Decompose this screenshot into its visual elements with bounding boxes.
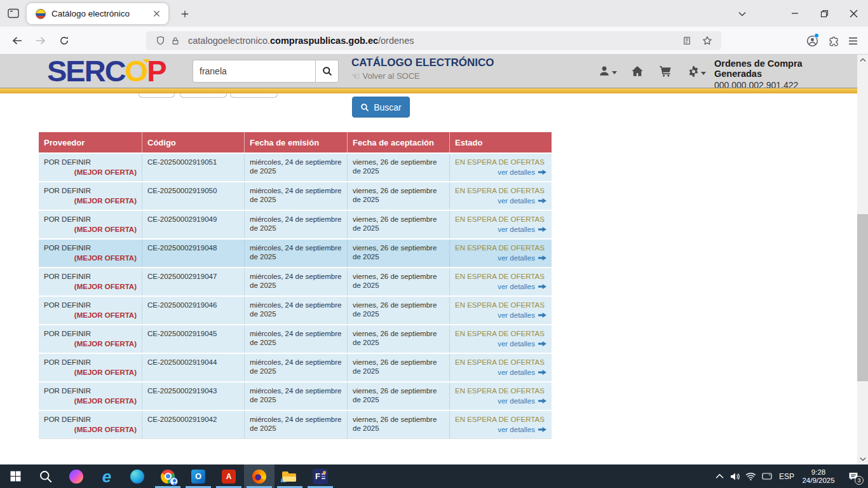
ver-detalles-link[interactable]: ver detalles [498, 254, 546, 262]
arrow-right-icon [538, 283, 546, 290]
back-button[interactable] [8, 31, 27, 50]
volver-al-soce-label: Volver al SOCE [362, 71, 419, 81]
taskbar-file-explorer-button[interactable] [275, 464, 305, 488]
browser-tab[interactable]: Catálogo electrónico [27, 3, 168, 24]
arrow-right-icon [538, 426, 546, 433]
taskbar-outlook-button[interactable]: O [183, 464, 214, 488]
window-close-button[interactable] [839, 0, 868, 27]
taskbar-chrome-button[interactable] [153, 464, 183, 488]
tab-close-icon[interactable] [149, 7, 163, 21]
start-button[interactable] [0, 464, 31, 488]
account-button[interactable] [802, 31, 822, 50]
clock[interactable]: 9:28 24/9/2025 [798, 464, 839, 488]
status-label: EN ESPERA DE OFERTAS [455, 215, 546, 224]
bookmark-star-icon[interactable] [700, 33, 715, 48]
acceptance-date: viernes, 26 de septiembre de 2025 [347, 240, 449, 267]
emission-date: miércoles, 24 de septiembre de 2025 [244, 240, 347, 267]
provider-label: POR DEFINIR [44, 215, 137, 224]
extensions-button[interactable] [822, 31, 843, 50]
order-code: CE-20250002919047 [142, 268, 244, 295]
status-label: EN ESPERA DE OFERTAS [455, 358, 546, 367]
site-header: SERCOP CATÁLOGO ELECTRÓNICO ☜ Volver al … [0, 55, 857, 88]
buscar-label: Buscar [374, 102, 402, 112]
taskbar-copilot-button[interactable] [61, 464, 92, 488]
action-center-button[interactable]: 3 [839, 464, 868, 488]
emission-date: miércoles, 24 de septiembre de 2025 [244, 154, 347, 181]
taskbar-internet-explorer-button[interactable]: e [92, 464, 122, 488]
settings-menu-button[interactable] [688, 65, 706, 78]
clipped-filter-button[interactable] [230, 93, 278, 98]
table-row: POR DEFINIR (MEJOR OFERTA) CE-2025000291… [39, 297, 552, 324]
forward-button[interactable] [31, 31, 50, 50]
ver-detalles-label: ver detalles [498, 396, 535, 405]
page-scrollbar[interactable] [857, 55, 868, 464]
acceptance-date: viernes, 26 de septiembre de 2025 [347, 182, 449, 210]
window-minimize-button[interactable] [780, 0, 810, 27]
ver-detalles-link[interactable]: ver detalles [498, 339, 546, 348]
ver-detalles-link[interactable]: ver detalles [498, 196, 546, 205]
volume-icon[interactable] [728, 464, 743, 488]
best-offer-label: (MEJOR OFERTA) [44, 225, 137, 234]
emission-date: miércoles, 24 de septiembre de 2025 [244, 325, 347, 353]
user-menu-button[interactable] [598, 65, 617, 76]
connected-display-icon[interactable] [759, 464, 775, 488]
taskbar-firefox-button[interactable] [244, 464, 275, 488]
reload-button[interactable] [55, 31, 74, 50]
ver-detalles-link[interactable]: ver detalles [498, 282, 546, 291]
buscar-button[interactable]: Buscar [352, 97, 410, 118]
wifi-icon[interactable] [743, 464, 759, 488]
emission-date: miércoles, 24 de septiembre de 2025 [244, 411, 347, 438]
ver-detalles-link[interactable]: ver detalles [498, 311, 546, 320]
ver-detalles-link[interactable]: ver detalles [498, 368, 546, 377]
tab-title: Catálogo electrónico [51, 9, 149, 18]
ver-detalles-link[interactable]: ver detalles [498, 425, 546, 434]
scroll-down-arrow[interactable] [857, 454, 868, 464]
cart-button[interactable] [659, 65, 672, 77]
system-tray: ESP 9:28 24/9/2025 3 [711, 464, 868, 488]
product-search-input[interactable] [193, 60, 315, 83]
f-app-icon: F [313, 469, 328, 484]
arrow-right-icon [538, 169, 546, 175]
arrow-right-icon [538, 369, 546, 376]
new-tab-button[interactable] [176, 5, 194, 23]
lock-icon[interactable] [168, 33, 183, 48]
volver-al-soce-link[interactable]: ☜ Volver al SOCE [351, 71, 494, 81]
clipped-filter-button[interactable] [139, 93, 175, 98]
clipped-filter-button[interactable] [180, 93, 227, 98]
ver-detalles-link[interactable]: ver detalles [498, 168, 546, 177]
best-offer-label: (MEJOR OFERTA) [44, 425, 137, 434]
product-search-button[interactable] [315, 60, 339, 83]
best-offer-label: (MEJOR OFERTA) [44, 168, 137, 177]
reader-mode-icon[interactable] [679, 33, 695, 48]
taskbar-f-app-button[interactable]: F [305, 464, 336, 488]
firefox-view-button[interactable] [5, 6, 22, 21]
emission-date: miércoles, 24 de septiembre de 2025 [244, 354, 347, 381]
menu-button[interactable] [843, 31, 863, 50]
logo-swirl-o: O [125, 55, 147, 88]
ver-detalles-link[interactable]: ver detalles [498, 396, 546, 405]
table-row: POR DEFINIR (MEJOR OFERTA) CE-2025000291… [39, 240, 552, 267]
sercop-logo[interactable]: SERCOP [47, 55, 166, 88]
scrollbar-thumb[interactable] [857, 214, 868, 381]
status-label: EN ESPERA DE OFERTAS [455, 272, 546, 281]
order-code: CE-20250002919049 [142, 211, 244, 238]
hamburger-icon [848, 37, 858, 45]
table-row: POR DEFINIR (MEJOR OFERTA) CE-2025000291… [39, 268, 552, 295]
ver-detalles-link[interactable]: ver detalles [498, 225, 546, 234]
home-button[interactable] [631, 65, 644, 77]
ver-detalles-label: ver detalles [498, 282, 535, 291]
url-bar[interactable]: catalogoelectronico.compraspublicas.gob.… [146, 31, 721, 50]
page-title: CATÁLOGO ELECTRÓNICO [351, 57, 494, 69]
language-indicator[interactable]: ESP [775, 464, 798, 488]
best-offer-label: (MEJOR OFERTA) [44, 368, 137, 377]
ver-detalles-label: ver detalles [498, 225, 535, 234]
taskbar-acrobat-button[interactable]: A [214, 464, 244, 488]
taskbar-search-button[interactable] [31, 464, 61, 488]
window-restore-button[interactable] [810, 0, 839, 27]
list-all-tabs-button[interactable] [734, 7, 750, 21]
taskbar-edge-button[interactable] [122, 464, 153, 488]
acceptance-date: viernes, 26 de septiembre de 2025 [347, 268, 449, 295]
shield-icon[interactable] [153, 33, 168, 48]
tray-chevron-up-icon[interactable] [711, 464, 728, 488]
scroll-up-arrow[interactable] [857, 55, 868, 65]
